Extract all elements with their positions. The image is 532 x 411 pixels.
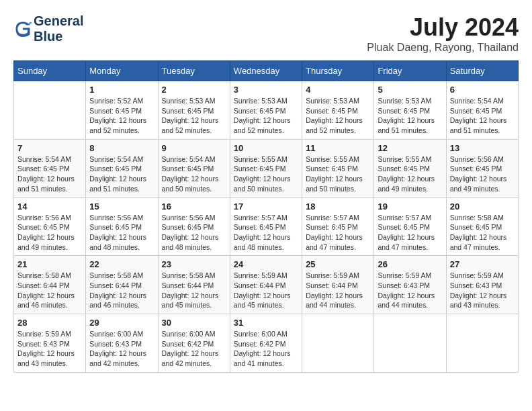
day-number: 28 [17, 318, 82, 328]
day-number: 12 [378, 143, 442, 153]
calendar-week-row: 14Sunrise: 5:56 AM Sunset: 6:45 PM Dayli… [14, 197, 519, 256]
day-of-week-header: Sunday [14, 61, 86, 81]
day-number: 7 [17, 143, 82, 153]
logo: General Blue [13, 13, 83, 44]
calendar-cell: 21Sunrise: 5:58 AM Sunset: 6:44 PM Dayli… [14, 256, 86, 314]
calendar-cell: 2Sunrise: 5:53 AM Sunset: 6:45 PM Daylig… [158, 81, 230, 140]
day-info: Sunrise: 5:58 AM Sunset: 6:44 PM Dayligh… [89, 271, 154, 310]
day-info: Sunrise: 5:54 AM Sunset: 6:45 PM Dayligh… [450, 96, 515, 136]
calendar-cell: 17Sunrise: 5:57 AM Sunset: 6:45 PM Dayli… [230, 197, 302, 256]
calendar-cell: 16Sunrise: 5:56 AM Sunset: 6:45 PM Dayli… [158, 197, 230, 256]
day-info: Sunrise: 5:53 AM Sunset: 6:45 PM Dayligh… [306, 96, 370, 136]
day-number: 5 [378, 85, 442, 95]
calendar-cell: 14Sunrise: 5:56 AM Sunset: 6:45 PM Dayli… [14, 197, 86, 256]
month-year-title: July 2024 [367, 13, 519, 42]
calendar-week-row: 7Sunrise: 5:54 AM Sunset: 6:45 PM Daylig… [14, 139, 519, 197]
day-info: Sunrise: 5:57 AM Sunset: 6:45 PM Dayligh… [378, 213, 442, 253]
day-number: 11 [306, 143, 370, 153]
day-of-week-header: Monday [86, 61, 158, 81]
calendar-week-row: 21Sunrise: 5:58 AM Sunset: 6:44 PM Dayli… [14, 256, 519, 314]
day-info: Sunrise: 5:57 AM Sunset: 6:45 PM Dayligh… [306, 213, 370, 253]
calendar-cell: 25Sunrise: 5:59 AM Sunset: 6:44 PM Dayli… [302, 256, 374, 314]
day-of-week-header: Thursday [302, 61, 374, 81]
calendar-cell: 18Sunrise: 5:57 AM Sunset: 6:45 PM Dayli… [302, 197, 374, 256]
day-number: 4 [306, 85, 370, 95]
page-header: General Blue July 2024 Pluak Daeng, Rayo… [13, 13, 519, 54]
day-info: Sunrise: 5:59 AM Sunset: 6:44 PM Dayligh… [306, 271, 370, 310]
day-info: Sunrise: 5:58 AM Sunset: 6:44 PM Dayligh… [162, 271, 226, 310]
calendar-cell: 19Sunrise: 5:57 AM Sunset: 6:45 PM Dayli… [374, 197, 446, 256]
day-number: 8 [89, 143, 154, 153]
day-number: 26 [378, 259, 442, 269]
calendar-cell: 31Sunrise: 6:00 AM Sunset: 6:42 PM Dayli… [230, 314, 302, 373]
calendar-cell: 12Sunrise: 5:55 AM Sunset: 6:45 PM Dayli… [374, 139, 446, 197]
calendar-cell [446, 314, 518, 373]
calendar-cell: 8Sunrise: 5:54 AM Sunset: 6:45 PM Daylig… [86, 139, 158, 197]
day-number: 9 [162, 143, 226, 153]
day-info: Sunrise: 5:58 AM Sunset: 6:45 PM Dayligh… [450, 213, 515, 253]
calendar-cell [14, 81, 86, 140]
day-number: 16 [162, 201, 226, 212]
calendar-week-row: 28Sunrise: 5:59 AM Sunset: 6:43 PM Dayli… [14, 314, 519, 373]
day-number: 30 [162, 318, 226, 328]
day-number: 10 [234, 143, 298, 153]
day-number: 19 [378, 201, 442, 212]
day-info: Sunrise: 5:59 AM Sunset: 6:43 PM Dayligh… [17, 329, 82, 369]
day-info: Sunrise: 5:52 AM Sunset: 6:45 PM Dayligh… [89, 96, 154, 136]
calendar-table: SundayMondayTuesdayWednesdayThursdayFrid… [13, 60, 519, 373]
day-number: 6 [450, 85, 515, 95]
day-of-week-header: Friday [374, 61, 446, 81]
day-info: Sunrise: 5:59 AM Sunset: 6:43 PM Dayligh… [378, 271, 442, 310]
calendar-week-row: 1Sunrise: 5:52 AM Sunset: 6:45 PM Daylig… [14, 81, 519, 140]
day-info: Sunrise: 5:55 AM Sunset: 6:45 PM Dayligh… [378, 154, 442, 194]
day-of-week-header: Saturday [446, 61, 518, 81]
day-info: Sunrise: 5:56 AM Sunset: 6:45 PM Dayligh… [162, 213, 226, 253]
day-number: 1 [89, 85, 154, 95]
calendar-cell: 13Sunrise: 5:56 AM Sunset: 6:45 PM Dayli… [446, 139, 518, 197]
calendar-cell: 24Sunrise: 5:59 AM Sunset: 6:44 PM Dayli… [230, 256, 302, 314]
calendar-cell: 26Sunrise: 5:59 AM Sunset: 6:43 PM Dayli… [374, 256, 446, 314]
day-number: 13 [450, 143, 515, 153]
calendar-cell: 20Sunrise: 5:58 AM Sunset: 6:45 PM Dayli… [446, 197, 518, 256]
calendar-cell: 30Sunrise: 6:00 AM Sunset: 6:42 PM Dayli… [158, 314, 230, 373]
day-number: 25 [306, 259, 370, 269]
day-number: 27 [450, 259, 515, 269]
day-info: Sunrise: 6:00 AM Sunset: 6:42 PM Dayligh… [234, 329, 298, 369]
calendar-cell: 9Sunrise: 5:54 AM Sunset: 6:45 PM Daylig… [158, 139, 230, 197]
day-info: Sunrise: 5:54 AM Sunset: 6:45 PM Dayligh… [162, 154, 226, 194]
day-info: Sunrise: 5:56 AM Sunset: 6:45 PM Dayligh… [450, 154, 515, 194]
day-number: 3 [234, 85, 298, 95]
day-number: 2 [162, 85, 226, 95]
calendar-cell: 10Sunrise: 5:55 AM Sunset: 6:45 PM Dayli… [230, 139, 302, 197]
day-number: 24 [234, 259, 298, 269]
day-number: 21 [17, 259, 82, 269]
day-info: Sunrise: 5:59 AM Sunset: 6:43 PM Dayligh… [450, 271, 515, 310]
day-number: 15 [89, 201, 154, 212]
calendar-cell: 5Sunrise: 5:53 AM Sunset: 6:45 PM Daylig… [374, 81, 446, 140]
day-info: Sunrise: 5:54 AM Sunset: 6:45 PM Dayligh… [17, 154, 82, 194]
day-info: Sunrise: 5:57 AM Sunset: 6:45 PM Dayligh… [234, 213, 298, 253]
day-info: Sunrise: 5:54 AM Sunset: 6:45 PM Dayligh… [89, 154, 154, 194]
day-info: Sunrise: 5:56 AM Sunset: 6:45 PM Dayligh… [89, 213, 154, 253]
day-info: Sunrise: 5:59 AM Sunset: 6:44 PM Dayligh… [234, 271, 298, 310]
location-subtitle: Pluak Daeng, Rayong, Thailand [367, 42, 519, 54]
calendar-cell [374, 314, 446, 373]
calendar-cell: 1Sunrise: 5:52 AM Sunset: 6:45 PM Daylig… [86, 81, 158, 140]
day-number: 23 [162, 259, 226, 269]
day-info: Sunrise: 5:53 AM Sunset: 6:45 PM Dayligh… [378, 96, 442, 136]
day-number: 31 [234, 318, 298, 328]
day-number: 17 [234, 201, 298, 212]
day-of-week-header: Tuesday [158, 61, 230, 81]
day-info: Sunrise: 5:53 AM Sunset: 6:45 PM Dayligh… [234, 96, 298, 136]
calendar-cell: 29Sunrise: 6:00 AM Sunset: 6:43 PM Dayli… [86, 314, 158, 373]
day-number: 22 [89, 259, 154, 269]
day-number: 14 [17, 201, 82, 212]
calendar-cell: 11Sunrise: 5:55 AM Sunset: 6:45 PM Dayli… [302, 139, 374, 197]
calendar-cell: 7Sunrise: 5:54 AM Sunset: 6:45 PM Daylig… [14, 139, 86, 197]
day-info: Sunrise: 5:53 AM Sunset: 6:45 PM Dayligh… [162, 96, 226, 136]
calendar-header-row: SundayMondayTuesdayWednesdayThursdayFrid… [14, 61, 519, 81]
day-info: Sunrise: 6:00 AM Sunset: 6:43 PM Dayligh… [89, 329, 154, 369]
calendar-cell: 15Sunrise: 5:56 AM Sunset: 6:45 PM Dayli… [86, 197, 158, 256]
day-number: 20 [450, 201, 515, 212]
day-number: 29 [89, 318, 154, 328]
